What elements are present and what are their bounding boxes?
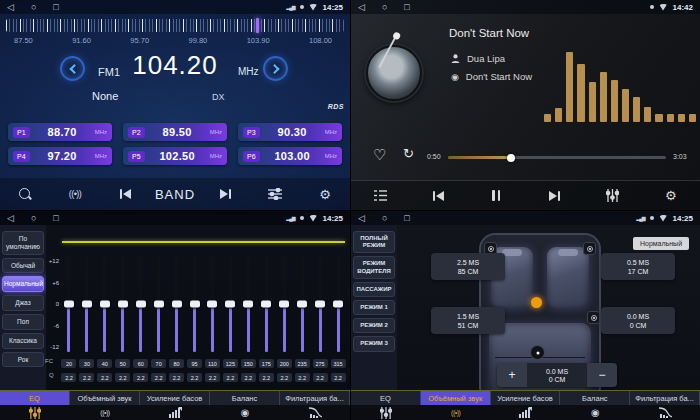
listening-mode-item[interactable]: ПАССАЖИР	[353, 282, 395, 297]
audio-tab[interactable]: Объёмный звук	[70, 391, 140, 405]
prev-station-button[interactable]	[100, 189, 150, 199]
eq-preset-item[interactable]: Обычай	[2, 258, 44, 274]
eq-slider[interactable]	[283, 256, 286, 352]
eq-preset-item[interactable]: Рок	[2, 352, 44, 368]
eq-slider-thumb[interactable]	[315, 301, 325, 308]
next-track-button[interactable]	[526, 191, 584, 201]
audio-tab[interactable]: EQ	[0, 391, 70, 405]
eq-slider-thumb[interactable]	[207, 301, 217, 308]
band-switch-button[interactable]: BAND	[150, 187, 200, 202]
eq-slider-thumb[interactable]	[279, 301, 289, 308]
audio-tab[interactable]: EQ	[351, 391, 421, 405]
eq-slider-thumb[interactable]	[100, 301, 110, 308]
frequency-scale[interactable]	[6, 19, 344, 32]
audio-tab[interactable]: Баланс	[210, 391, 280, 405]
audio-tab[interactable]: Усиление басов	[491, 391, 561, 405]
favorite-button[interactable]: ♡	[373, 146, 386, 164]
listening-mode-item[interactable]: ПОЛНЫЙ РЕЖИМ	[353, 231, 395, 253]
radio-preset-button[interactable]: P1 88.70 MHz	[8, 123, 112, 141]
eq-slider[interactable]	[175, 256, 178, 352]
eq-slider-thumb[interactable]	[225, 301, 235, 308]
pause-button[interactable]	[467, 190, 525, 201]
repeat-button[interactable]: ↻	[403, 146, 414, 161]
rear-right-speaker-icon[interactable]	[587, 311, 600, 324]
radio-preset-button[interactable]: P3 90.30 MHz	[238, 123, 342, 141]
front-left-delay[interactable]: 2.5 MS 85 CM	[431, 253, 505, 280]
audio-tab[interactable]: Объёмный звук	[421, 391, 491, 405]
nav-recents-icon[interactable]: □	[404, 211, 409, 225]
decrease-delay-button[interactable]: −	[587, 363, 617, 387]
radio-preset-button[interactable]: P4 97.20 MHz	[8, 147, 112, 165]
rear-right-delay[interactable]: 0.0 MS 0 CM	[601, 307, 675, 334]
nav-recents-icon[interactable]: □	[53, 0, 58, 14]
rear-left-delay[interactable]: 1.5 MS 51 CM	[431, 307, 505, 334]
eq-slider[interactable]	[265, 256, 268, 352]
front-right-speaker-icon[interactable]	[583, 242, 596, 255]
radio-preset-button[interactable]: P2 89.50 MHz	[123, 123, 227, 141]
eq-slider-thumb[interactable]	[118, 301, 128, 308]
search-button[interactable]	[0, 188, 50, 200]
audio-tab[interactable]: Баланс	[560, 391, 630, 405]
nav-home-icon[interactable]: ○	[382, 0, 387, 14]
audio-tab[interactable]: Фильтрация ба...	[280, 391, 350, 405]
eq-slider[interactable]	[337, 256, 340, 352]
eq-slider[interactable]	[193, 256, 196, 352]
eq-slider[interactable]	[139, 256, 142, 352]
listening-mode-item[interactable]: РЕЖИМ ВОДИТЕЛЯ	[353, 256, 395, 278]
subwoofer-icon[interactable]	[530, 345, 545, 360]
listening-mode-item[interactable]: РЕЖИМ 3	[353, 336, 395, 351]
eq-slider-thumb[interactable]	[154, 301, 164, 308]
progress-bar[interactable]	[448, 156, 666, 159]
surround-tab-icon-button[interactable]: ((•))	[421, 409, 491, 416]
bass-tab-icon-button[interactable]	[140, 407, 210, 418]
nav-back-icon[interactable]: ◁	[358, 211, 365, 225]
balance-tab-icon-button[interactable]: ◉	[560, 407, 630, 418]
eq-tab-icon-button[interactable]	[0, 407, 70, 419]
broadcast-button[interactable]: ((•))	[50, 189, 100, 199]
eq-preset-item[interactable]: Джаз	[2, 295, 44, 311]
nav-home-icon[interactable]: ○	[31, 0, 36, 14]
listening-position-dot[interactable]	[531, 297, 542, 308]
eq-slider[interactable]	[103, 256, 106, 352]
eq-slider[interactable]	[229, 256, 232, 352]
surround-tab-icon-button[interactable]: ((•))	[70, 409, 140, 416]
eq-slider-thumb[interactable]	[64, 301, 74, 308]
settings-button[interactable]: ⚙	[300, 188, 350, 201]
eq-tab-icon-button[interactable]	[351, 407, 421, 419]
eq-slider-thumb[interactable]	[172, 301, 182, 308]
nav-back-icon[interactable]: ◁	[358, 0, 365, 14]
eq-preset-item[interactable]: По умолчанию	[2, 231, 44, 255]
listening-mode-item[interactable]: РЕЖИМ 1	[353, 300, 395, 315]
tune-up-button[interactable]	[263, 56, 288, 81]
eq-slider[interactable]	[247, 256, 250, 352]
nav-recents-icon[interactable]: □	[404, 0, 409, 14]
eq-slider-thumb[interactable]	[82, 301, 92, 308]
radio-preset-button[interactable]: P6 103.00 MHz	[238, 147, 342, 165]
eq-slider-thumb[interactable]	[136, 301, 146, 308]
eq-slider[interactable]	[85, 256, 88, 352]
eq-slider-thumb[interactable]	[190, 301, 200, 308]
balance-tab-icon-button[interactable]: ◉	[210, 407, 280, 418]
eq-slider[interactable]	[301, 256, 304, 352]
eq-slider[interactable]	[211, 256, 214, 352]
nav-back-icon[interactable]: ◁	[7, 0, 14, 14]
radio-preset-button[interactable]: P5 102.50 MHz	[123, 147, 227, 165]
filter-tab-icon-button[interactable]	[280, 407, 350, 418]
listening-mode-item[interactable]: РЕЖИМ 2	[353, 318, 395, 333]
next-station-button[interactable]	[200, 189, 250, 199]
nav-back-icon[interactable]: ◁	[7, 211, 14, 225]
playlist-button[interactable]	[351, 190, 409, 201]
front-right-delay[interactable]: 0.5 MS 17 CM	[601, 253, 675, 280]
eq-slider[interactable]	[67, 256, 70, 352]
profile-button[interactable]: Нормальный	[633, 237, 689, 250]
eq-slider[interactable]	[157, 256, 160, 352]
prev-track-button[interactable]	[409, 191, 467, 201]
increase-delay-button[interactable]: +	[497, 363, 527, 387]
eq-slider[interactable]	[121, 256, 124, 352]
audio-tab[interactable]: Фильтрация ба...	[630, 391, 700, 405]
eq-slider-thumb[interactable]	[261, 301, 271, 308]
eq-preset-item[interactable]: Поп	[2, 314, 44, 330]
eq-preset-item[interactable]: Классика	[2, 333, 44, 349]
eq-slider-thumb[interactable]	[243, 301, 253, 308]
bass-tab-icon-button[interactable]	[491, 407, 561, 418]
